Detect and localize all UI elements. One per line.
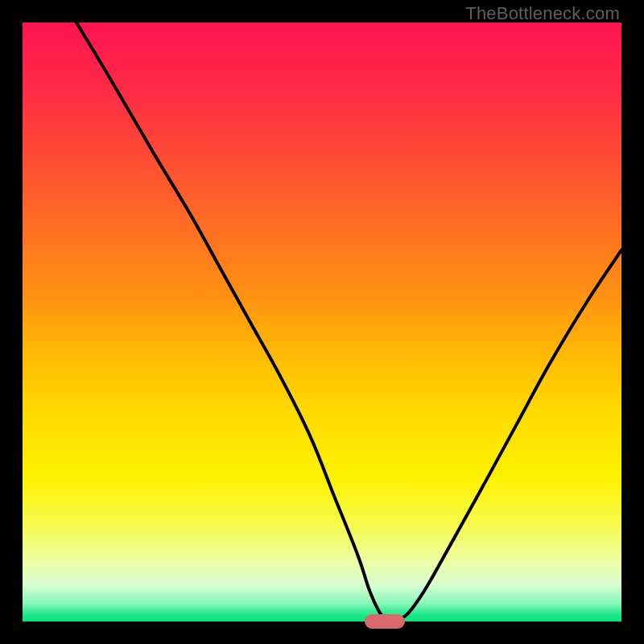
optimal-range-marker [365, 614, 406, 629]
watermark-text: TheBottleneck.com [465, 3, 620, 24]
chart-frame: TheBottleneck.com [0, 0, 644, 644]
chart-plot-area [23, 23, 621, 621]
bottleneck-curve-line [23, 23, 621, 621]
